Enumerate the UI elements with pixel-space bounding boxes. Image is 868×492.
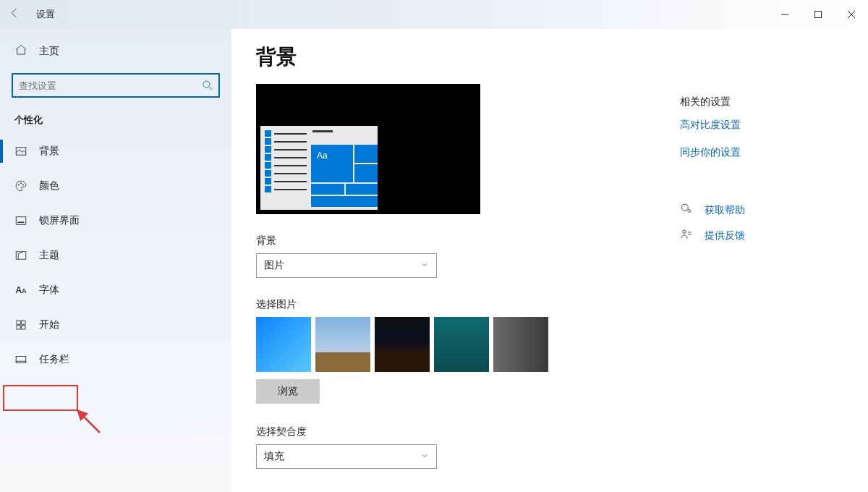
svg-rect-10 [22, 321, 25, 324]
search-icon [201, 79, 214, 94]
main-content: 背景 Aa [231, 29, 868, 492]
back-button[interactable] [0, 7, 29, 23]
get-help-link[interactable]: 获取帮助 [680, 203, 839, 218]
related-title: 相关的设置 [680, 96, 839, 109]
link-sync-settings[interactable]: 同步你的设置 [680, 146, 839, 159]
nav-label: 锁屏界面 [39, 214, 80, 227]
picture-thumb[interactable] [493, 317, 548, 372]
start-icon [14, 318, 27, 331]
chevron-down-icon [420, 260, 429, 271]
svg-point-1 [203, 81, 210, 88]
nav-label: 颜色 [39, 179, 59, 192]
search-wrap [12, 73, 220, 98]
svg-rect-0 [815, 12, 822, 18]
nav-item-fonts[interactable]: AA 字体 [0, 273, 231, 308]
nav-label: 字体 [39, 284, 59, 297]
nav-item-background[interactable]: 背景 [0, 134, 231, 169]
give-feedback-link[interactable]: 提供反馈 [680, 228, 839, 243]
related-settings-panel: 相关的设置 高对比度设置 同步你的设置 获取帮助 提供反馈 [680, 96, 839, 253]
nav-item-themes[interactable]: 主题 [0, 238, 231, 273]
lockscreen-icon [14, 214, 27, 227]
search-input[interactable] [12, 73, 220, 98]
svg-rect-11 [17, 326, 20, 329]
svg-rect-13 [16, 357, 26, 363]
background-type-select[interactable]: 图片 [256, 253, 437, 278]
chevron-down-icon [420, 451, 429, 462]
browse-button[interactable]: 浏览 [256, 379, 320, 404]
svg-point-5 [22, 184, 24, 186]
svg-point-16 [681, 204, 688, 211]
select-value: 图片 [264, 259, 284, 272]
nav-label: 开始 [39, 318, 59, 331]
fit-select[interactable]: 填充 [256, 444, 437, 469]
svg-rect-7 [18, 222, 25, 224]
image-icon [14, 145, 27, 158]
feedback-icon [680, 228, 694, 243]
window-title: 设置 [36, 8, 55, 21]
preview-tile-text: Aa [311, 145, 353, 182]
close-button[interactable] [835, 0, 868, 29]
svg-point-3 [18, 184, 20, 186]
picture-thumb[interactable] [375, 317, 430, 372]
page-heading: 背景 [256, 43, 868, 71]
titlebar: 设置 [0, 0, 868, 29]
window-controls [768, 0, 868, 29]
svg-rect-12 [22, 326, 25, 329]
palette-icon [14, 179, 27, 192]
home-button[interactable]: 主页 [0, 36, 231, 66]
picture-thumb[interactable] [434, 317, 489, 372]
help-label: 获取帮助 [705, 204, 745, 217]
taskbar-icon [14, 353, 27, 366]
help-icon [680, 203, 694, 218]
annotation-highlight-box [3, 385, 78, 411]
choose-picture-label: 选择图片 [256, 298, 868, 311]
svg-line-15 [77, 410, 100, 433]
background-preview: Aa [256, 84, 480, 214]
annotation-arrow [72, 405, 109, 444]
svg-rect-9 [17, 321, 20, 324]
feedback-label: 提供反馈 [705, 229, 745, 242]
nav-label: 任务栏 [39, 353, 69, 366]
svg-point-4 [20, 183, 22, 184]
svg-point-17 [683, 230, 686, 234]
picture-thumb[interactable] [315, 317, 370, 372]
picture-thumbnails [256, 317, 868, 372]
themes-icon [14, 249, 27, 262]
nav-label: 主题 [39, 249, 59, 262]
nav-item-start[interactable]: 开始 [0, 308, 231, 342]
fonts-icon: AA [14, 284, 27, 297]
svg-rect-6 [16, 217, 26, 225]
sidebar: 主页 个性化 背景 颜色 锁屏界面 主题 AA 字体 [0, 29, 231, 492]
picture-thumb[interactable] [256, 317, 311, 372]
link-high-contrast[interactable]: 高对比度设置 [680, 119, 839, 132]
fit-label: 选择契合度 [256, 425, 868, 438]
select-value: 填充 [264, 450, 284, 463]
nav-item-colors[interactable]: 颜色 [0, 169, 231, 203]
maximize-button[interactable] [801, 0, 835, 29]
nav-item-taskbar[interactable]: 任务栏 [0, 342, 231, 377]
section-title: 个性化 [0, 109, 231, 134]
nav-item-lockscreen[interactable]: 锁屏界面 [0, 203, 231, 238]
nav-label: 背景 [39, 145, 59, 158]
home-icon [14, 43, 27, 59]
minimize-button[interactable] [768, 0, 801, 29]
home-label: 主页 [39, 45, 59, 58]
